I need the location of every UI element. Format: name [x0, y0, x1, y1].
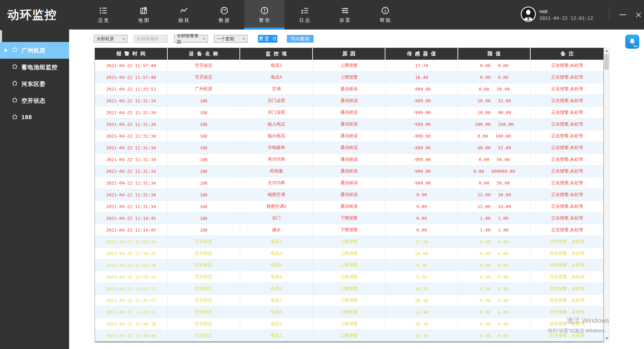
- cell-monitor-item: 电流3: [240, 248, 313, 259]
- cell-remark: 历史报警，未处理: [531, 271, 603, 283]
- cell-reason: 上限报警: [313, 236, 386, 248]
- cell-reason: 上限报警: [313, 71, 386, 83]
- cell-reason: 通讯错误: [313, 107, 386, 118]
- cell-sensor-value: -999.90: [385, 83, 458, 95]
- table-row[interactable]: 2021-04-22 11:31:34 188 精密空调2 通讯错误 0.00 …: [95, 201, 603, 212]
- energy-trend-icon: [179, 6, 189, 15]
- table-row[interactable]: 2021-04-22 11:40:18 空开状态 电流4 上限报警 10.20 …: [95, 318, 603, 330]
- alarm-type-select[interactable]: 全部报警类型: [174, 35, 208, 43]
- sidebar-item-guangzhou-room[interactable]: 广州机房: [0, 42, 69, 59]
- header-monitor-item: 监控项: [240, 48, 313, 60]
- sidebar-item-breaker-status[interactable]: 空开状态: [0, 92, 69, 109]
- table-row[interactable]: 2021-04-22 11:31:34 188 市电频率 通讯错误 -999.9…: [95, 142, 603, 154]
- cell-device-name: 空开状态: [168, 271, 240, 283]
- table-row[interactable]: 2021-04-22 11:33:53 广州机房 空调 通讯错误 -999.90…: [95, 83, 603, 95]
- reset-button[interactable]: 重置: [258, 35, 277, 43]
- scroll-up-arrow-icon[interactable]: [604, 48, 609, 53]
- sidebar-item-hedong-district[interactable]: 河东区委: [0, 76, 69, 92]
- table-row[interactable]: 2021-04-22 11:31:34 188 无功功率 通讯错误 -999.9…: [95, 177, 603, 189]
- cell-device-name: 空开状态: [168, 259, 240, 271]
- nav-tab-overview[interactable]: 总览: [83, 0, 123, 30]
- cell-reason: 通讯错误: [313, 83, 386, 95]
- sidebar-item-188[interactable]: 188: [0, 109, 69, 126]
- table-row[interactable]: 2021-04-22 11:51:12 空开状态 电流4 上限报警 10.20 …: [95, 283, 603, 295]
- table-row[interactable]: 2021-04-22 11:54:28 空开状态 电流5 上限报警 9.70 0…: [95, 259, 603, 271]
- cell-alarm-time: 2021-04-22 11:31:34: [95, 154, 168, 165]
- cell-monitor-item: 无功功率: [240, 177, 313, 189]
- cell-remark: 历史报警，未处理: [531, 318, 603, 330]
- cell-remark: 正在报警,未处理: [531, 201, 603, 212]
- cell-device-name: 空开状态: [168, 60, 240, 71]
- table-row[interactable]: 2021-04-22 11:31:34 188 输入电压 通讯错误 -999.9…: [95, 118, 603, 130]
- export-data-button[interactable]: 导出数据: [287, 35, 314, 43]
- cell-monitor-item: 电流1: [240, 236, 313, 248]
- cell-limit-value: 1.00 1.00: [458, 224, 531, 236]
- user-avatar: [521, 6, 536, 23]
- nav-tab-energy[interactable]: 能耗: [164, 0, 204, 30]
- nav-tab-settings[interactable]: 设置: [325, 0, 365, 30]
- table-row[interactable]: 2021-04-22 11:31:34 188 有功功率 通讯错误 -999.9…: [95, 154, 603, 165]
- cell-remark: 历史报警，未处理: [531, 283, 603, 295]
- nav-tab-logs[interactable]: 日志: [284, 0, 325, 30]
- cell-alarm-time: 2021-04-22 11:14:45: [95, 212, 168, 224]
- cell-sensor-value: 16.40: [385, 71, 458, 83]
- table-row[interactable]: 2021-04-22 11:38:06 空开状态 电流1 上限报警 18.30 …: [95, 330, 603, 342]
- table-row[interactable]: 2021-04-22 11:57:48 空开状态 电流1 上限报警 17.70 …: [95, 60, 603, 71]
- cell-alarm-time: 2021-04-22 11:31:34: [95, 189, 168, 201]
- cell-limit-value: 48.00 52.00: [458, 142, 531, 154]
- chevron-down-icon: [162, 37, 165, 40]
- table-body: 2021-04-22 11:57:48 空开状态 电流1 上限报警 17.70 …: [95, 60, 603, 342]
- cell-sensor-value: 17.70: [385, 60, 458, 71]
- cell-limit-value: 0.00 999999.00: [458, 165, 531, 177]
- cell-limit-value: 200.00 250.00: [458, 118, 531, 130]
- cell-sensor-value: -999.90: [385, 142, 458, 154]
- sensor-select[interactable]: 全部传感器: [134, 35, 168, 43]
- nav-tab-alerts[interactable]: 警告: [244, 0, 284, 30]
- cell-device-name: 188: [168, 107, 240, 118]
- cell-monitor-item: 电流4: [240, 71, 313, 83]
- cell-monitor-item: 耗电量: [240, 165, 313, 177]
- cell-sensor-value: -999.90: [385, 177, 458, 189]
- table-row[interactable]: 2021-04-22 11:54:28 空开状态 电流3 上限报警 24.00 …: [95, 248, 603, 259]
- table-row[interactable]: 2021-04-22 11:31:34 188 后门湿度 通讯错误 -999.9…: [95, 107, 603, 118]
- cell-remark: 正在报警,未处理: [531, 60, 603, 71]
- table-row[interactable]: 2021-04-22 11:31:34 188 耗电量 通讯错误 -999.90…: [95, 165, 603, 177]
- table-row[interactable]: 2021-04-22 11:14:45 188 漏水 下限报警 0.00 1.0…: [95, 224, 603, 236]
- table-scrollbar[interactable]: [604, 48, 609, 341]
- table-row[interactable]: 2021-04-22 11:31:34 188 输出电流 通讯错误 -999.9…: [95, 130, 603, 142]
- sidebar-item-battery-group-monitor[interactable]: 蓄电池组监控: [0, 59, 69, 76]
- nav-tab-data[interactable]: 数据: [204, 0, 244, 30]
- nav-tab-help[interactable]: 帮助: [365, 0, 405, 30]
- cell-alarm-time: 2021-04-22 11:47:57: [95, 295, 168, 306]
- cell-reason: 通讯错误: [313, 154, 386, 165]
- minimize-button[interactable]: [616, 0, 630, 30]
- cell-alarm-time: 2021-04-22 11:54:28: [95, 248, 168, 259]
- sliders-icon: [340, 6, 350, 15]
- machine-room-select[interactable]: 全部机房: [94, 35, 127, 43]
- table-row[interactable]: 2021-04-22 11:55:34 空开状态 电流1 上限报警 17.50 …: [95, 236, 603, 248]
- table-row[interactable]: 2021-04-22 11:57:48 空开状态 电流4 上限报警 16.40 …: [95, 71, 603, 83]
- scrollbar-thumb[interactable]: [604, 54, 609, 69]
- table-row[interactable]: 2021-04-22 11:52:18 空开状态 电流6 上限报警 5.30 0…: [95, 271, 603, 283]
- cell-sensor-value: -999.90: [385, 130, 458, 142]
- table-row[interactable]: 2021-04-22 11:31:34 188 精密空调 通讯错误 0.00 1…: [95, 189, 603, 201]
- period-select[interactable]: 一个星期: [214, 35, 248, 43]
- cell-alarm-time: 2021-04-22 11:55:34: [95, 236, 168, 248]
- table-row[interactable]: 2021-04-22 11:41:23 空开状态 电流5 上限报警 11.90 …: [95, 306, 603, 318]
- table-row[interactable]: 2021-04-22 11:47:57 空开状态 电流2 上限报警 20.30 …: [95, 295, 603, 306]
- cell-sensor-value: 18.30: [385, 330, 458, 342]
- close-button[interactable]: [631, 0, 644, 30]
- cell-sensor-value: -999.90: [385, 107, 458, 118]
- user-info[interactable]: root 2021-04-22 12:01:12: [521, 0, 593, 30]
- table-row[interactable]: 2021-04-22 11:31:34 188 后门温度 通讯错误 -999.9…: [95, 95, 603, 107]
- cell-reason: 上限报警: [313, 318, 386, 330]
- cell-limit-value: 0.00 0.00: [458, 259, 531, 271]
- nav-tab-map[interactable]: 地图: [123, 0, 164, 30]
- scroll-down-arrow-icon[interactable]: [604, 336, 609, 341]
- table-row[interactable]: 2021-04-22 11:14:45 188 后门 下限报警 0.00 1.0…: [95, 212, 603, 224]
- home-icon: [11, 113, 18, 121]
- cell-remark: 历史报警，未处理: [531, 248, 603, 259]
- alarm-all-button[interactable]: ALL: [625, 35, 639, 49]
- cell-monitor-item: 输入电压: [240, 118, 313, 130]
- cell-alarm-time: 2021-04-22 11:14:45: [95, 224, 168, 236]
